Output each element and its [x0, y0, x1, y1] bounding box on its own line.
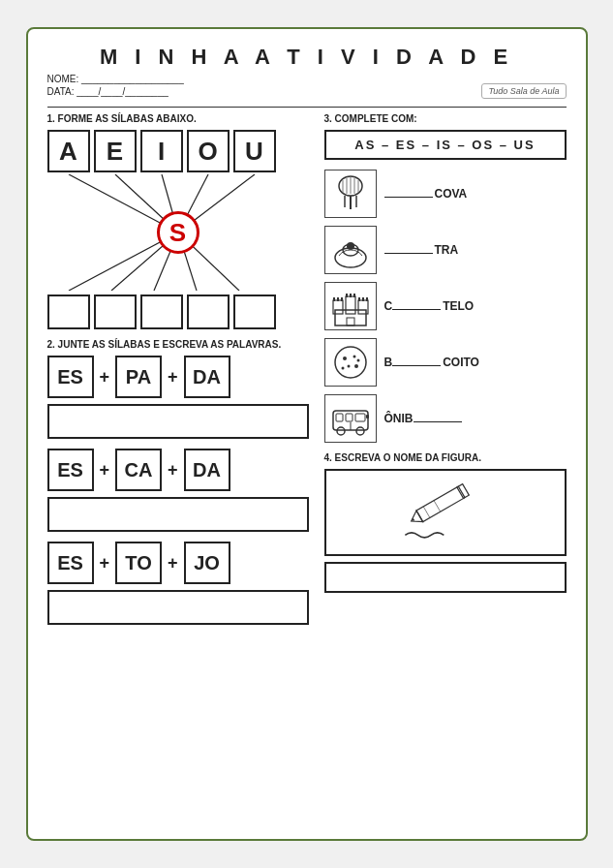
equation-1: ES + PA + DA [47, 356, 309, 398]
main-content: 1. FORME AS SÍLABAS ABAIXO. A E I O U [47, 113, 567, 635]
syl-ES-2: ES [47, 449, 94, 491]
pic-brush [324, 170, 377, 218]
complete-item-4: BCOITO [324, 338, 567, 387]
svg-point-47 [337, 427, 345, 435]
pic-cookie [324, 338, 377, 387]
svg-point-48 [356, 427, 364, 435]
svg-point-39 [347, 365, 350, 368]
fill-tra[interactable]: TRA [384, 243, 459, 257]
fill-coito[interactable]: BCOITO [384, 356, 479, 369]
header: M I N H A A T I V I D A D E NOME: ______… [47, 45, 567, 99]
fill-cova[interactable]: COVA [384, 187, 468, 201]
flower-icon [329, 229, 372, 271]
svg-rect-34 [366, 297, 368, 301]
svg-rect-52 [456, 484, 468, 499]
equation-3: ES + TO + JO [47, 542, 309, 584]
blank-onibus-line [414, 421, 462, 422]
left-column: 1. FORME AS SÍLABAS ABAIXO. A E I O U [47, 113, 309, 635]
svg-line-56 [434, 501, 441, 512]
plus-2a: + [100, 460, 110, 480]
svg-rect-45 [346, 414, 352, 421]
svg-rect-51 [416, 486, 465, 522]
svg-rect-33 [362, 297, 364, 301]
figure-box [324, 469, 567, 556]
vowel-E: E [94, 130, 137, 172]
svg-rect-27 [337, 297, 339, 301]
data-field[interactable]: DATA: ____/____/________ [47, 86, 184, 97]
answer-box-1[interactable] [47, 294, 90, 329]
syl-DA-1: DA [184, 356, 230, 398]
answer-box-4[interactable] [187, 294, 230, 329]
section2: 2. JUNTE AS SÍLABAS E ESCREVA AS PALAVRA… [47, 339, 309, 625]
plus-3a: + [100, 553, 110, 574]
answer-box-3[interactable] [140, 294, 183, 329]
pencil-illustration [397, 479, 494, 546]
header-info: NOME: ___________________ DATA: ____/___… [47, 74, 567, 99]
vowel-U: U [233, 130, 276, 172]
vowel-I: I [140, 130, 183, 172]
complete-item-1: COVA [324, 170, 567, 218]
svg-point-19 [335, 248, 366, 267]
answer-line-1[interactable] [47, 404, 309, 439]
answer-line-3[interactable] [47, 590, 309, 625]
header-fields: NOME: ___________________ DATA: ____/___… [47, 74, 184, 99]
answer-box-2[interactable] [94, 294, 137, 329]
svg-rect-31 [353, 294, 355, 297]
options-box: AS – ES – IS – OS – US [324, 130, 567, 160]
syl-CA: CA [115, 449, 162, 491]
svg-point-36 [335, 347, 366, 378]
syl-JO: JO [184, 542, 230, 584]
section4-title: 4. ESCREVA O NOME DA FIGURA. [324, 452, 567, 463]
equation-2: ES + CA + DA [47, 449, 309, 491]
blank-cova-line [384, 197, 433, 198]
worksheet-page: M I N H A A T I V I D A D E NOME: ______… [26, 27, 588, 841]
section4: 4. ESCREVA O NOME DA FIGURA. [324, 452, 567, 593]
svg-rect-44 [336, 414, 343, 421]
complete-item-2: TRA [324, 226, 567, 274]
svg-rect-29 [346, 294, 348, 297]
cookie-icon [329, 341, 372, 384]
blank-tra-line [384, 253, 433, 254]
vowel-row: A E I O U [47, 130, 309, 172]
complete-item-3: CTELO [324, 282, 567, 330]
pic-castle [324, 282, 377, 330]
vowel-A: A [47, 130, 90, 172]
plus-1b: + [168, 367, 178, 388]
svg-point-40 [354, 364, 358, 368]
header-divider [47, 107, 567, 108]
syl-ES-1: ES [47, 356, 94, 398]
answer-box-5[interactable] [233, 294, 276, 329]
svg-rect-50 [366, 415, 369, 418]
svg-rect-46 [355, 414, 365, 421]
syl-TO: TO [115, 542, 162, 584]
svg-line-55 [423, 507, 430, 518]
fill-onibus[interactable]: ÔNIB [384, 412, 464, 425]
nome-field[interactable]: NOME: ___________________ [47, 74, 184, 84]
syl-ES-3: ES [47, 542, 94, 584]
page-title: M I N H A A T I V I D A D E [47, 45, 567, 70]
brush-icon [329, 172, 372, 215]
s-circle: S [157, 211, 199, 254]
svg-rect-35 [347, 318, 354, 326]
syl-DA-2: DA [184, 449, 230, 491]
svg-point-42 [356, 359, 359, 362]
svg-point-37 [343, 356, 347, 360]
section3-title: 3. COMPLETE COM: [324, 113, 567, 124]
answer-line-2[interactable] [47, 497, 309, 532]
section1-title: 1. FORME AS SÍLABAS ABAIXO. [47, 113, 309, 124]
svg-point-21 [347, 242, 354, 250]
svg-rect-28 [341, 297, 343, 301]
svg-rect-30 [350, 294, 352, 297]
brand-logo: Tudo Sala de Aula [481, 83, 566, 99]
syllable-answer-boxes [47, 294, 309, 329]
svg-point-41 [341, 367, 344, 370]
plus-3b: + [168, 553, 178, 574]
svg-point-38 [352, 356, 355, 358]
lines-area: S [47, 174, 309, 291]
fill-telo[interactable]: CTELO [384, 299, 475, 313]
section4-answer-line[interactable] [324, 562, 567, 593]
svg-rect-32 [358, 297, 360, 301]
svg-rect-24 [346, 296, 355, 314]
plus-1a: + [100, 367, 110, 388]
castle-icon [329, 285, 372, 327]
